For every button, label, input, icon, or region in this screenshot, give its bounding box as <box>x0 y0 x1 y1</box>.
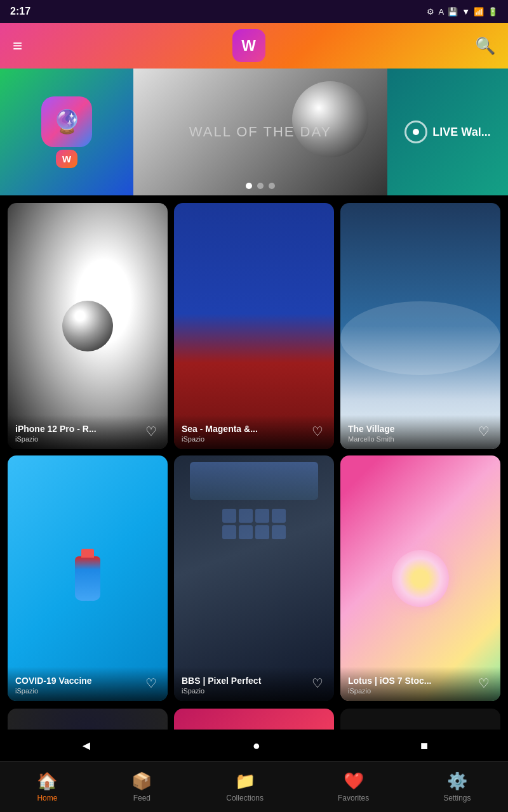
header: ≡ W 🔍 <box>0 23 508 69</box>
wallpaper-author-vaccine: iSpazio <box>15 687 160 695</box>
main-content: 🔮 w WALL OF THE DAY LIVE Wal... <box>0 69 508 759</box>
banner-right[interactable]: LIVE Wal... <box>387 69 508 195</box>
wallpaper-item-iphone12[interactable]: iPhone 12 Pro - R... iSpazio ♡ <box>8 203 168 449</box>
wallpaper-author-lotus: iSpazio <box>348 687 493 695</box>
sd-card-icon: 💾 <box>448 7 458 16</box>
live-wallpaper-label: LIVE Wal... <box>432 126 490 139</box>
favorite-btn-village[interactable]: ♡ <box>474 421 494 442</box>
wallpaper-title-village: The Village <box>348 424 493 434</box>
a-icon: A <box>438 7 444 16</box>
wallpaper-title-vaccine: COVID-19 Vaccine <box>15 676 160 686</box>
app-logo: W <box>232 29 265 62</box>
feed-nav-icon: 📦 <box>131 771 152 791</box>
live-dot <box>413 129 419 135</box>
status-time: 2:17 <box>10 6 30 17</box>
favorites-nav-label: Favorites <box>338 794 369 802</box>
home-nav-icon: 🏠 <box>37 771 57 791</box>
banner-center[interactable]: WALL OF THE DAY <box>133 69 387 195</box>
wallpaper-title-sea-magenta: Sea - Magenta &... <box>182 424 326 434</box>
signal-icon: 📶 <box>474 7 484 16</box>
wallpaper-bg-iphone12 <box>8 203 168 449</box>
banner-bubble <box>292 81 368 157</box>
wallpaper-author-iphone12: iSpazio <box>15 435 160 443</box>
lotus-flower <box>392 550 449 607</box>
feed-nav-label: Feed <box>133 794 150 802</box>
wallpaper-title-lotus: Lotus | iOS 7 Stoc... <box>348 676 493 686</box>
back-button[interactable]: ◄ <box>80 738 93 753</box>
vaccine-bottle <box>75 556 100 601</box>
home-button[interactable]: ● <box>253 738 260 753</box>
wallpaper-title-bbs: BBS | Pixel Perfect <box>182 676 326 686</box>
android-nav: ◄ ● ■ <box>0 730 508 761</box>
wifi-icon: ▼ <box>462 7 470 16</box>
collections-nav-icon: 📁 <box>235 771 255 791</box>
home-nav-label: Home <box>37 794 57 802</box>
nav-item-home[interactable]: 🏠 Home <box>24 766 70 808</box>
wallpaper-item-bbs[interactable]: BBS | Pixel Perfect iSpazio ♡ <box>174 455 334 702</box>
banner-w-badge: w <box>56 150 77 168</box>
menu-button[interactable]: ≡ <box>13 36 22 56</box>
settings-nav-icon: ⚙️ <box>447 771 467 791</box>
banner-left[interactable]: 🔮 w <box>0 69 133 195</box>
village-foam <box>340 301 500 375</box>
status-icons: ⚙ A 💾 ▼ 📶 🔋 <box>427 7 498 16</box>
collections-nav-label: Collections <box>226 794 264 802</box>
dot-2 <box>257 183 264 189</box>
wallpaper-author-sea-magenta: iSpazio <box>182 435 326 443</box>
wallpaper-bg-bbs <box>174 455 334 702</box>
favorite-btn-bbs[interactable]: ♡ <box>307 673 328 693</box>
wallpaper-item-sea-magenta[interactable]: Sea - Magenta &... iSpazio ♡ <box>174 203 334 449</box>
favorite-btn-sea-magenta[interactable]: ♡ <box>307 421 328 442</box>
wallpaper-title-iphone12: iPhone 12 Pro - R... <box>15 424 160 434</box>
bbs-grid <box>217 504 291 544</box>
wallpaper-bg-sea-magenta <box>174 203 334 449</box>
wallpaper-item-lotus[interactable]: Lotus | iOS 7 Stoc... iSpazio ♡ <box>340 455 500 702</box>
settings-status-icon: ⚙ <box>427 7 434 16</box>
live-icon <box>404 121 427 143</box>
nav-item-settings[interactable]: ⚙️ Settings <box>431 766 483 808</box>
nav-item-favorites[interactable]: ❤️ Favorites <box>325 766 382 808</box>
favorites-nav-icon: ❤️ <box>344 771 364 791</box>
status-bar: 2:17 ⚙ A 💾 ▼ 📶 🔋 <box>0 0 508 23</box>
wallpaper-bg-vaccine <box>8 455 168 702</box>
nav-item-collections[interactable]: 📁 Collections <box>213 766 276 808</box>
banner-dots <box>246 183 275 189</box>
bbs-shape <box>190 462 318 500</box>
wallpaper-grid: iPhone 12 Pro - R... iSpazio ♡ Sea - Mag… <box>0 195 508 709</box>
wallpaper-author-village: Marcello Smith <box>348 435 493 443</box>
settings-nav-label: Settings <box>443 794 471 802</box>
iphone-bubble <box>62 301 113 351</box>
recent-button[interactable]: ■ <box>420 738 428 753</box>
bottom-nav: 🏠 Home 📦 Feed 📁 Collections ❤️ Favorites… <box>0 761 508 812</box>
dot-1 <box>246 183 252 189</box>
wallpaper-item-village[interactable]: The Village Marcello Smith ♡ <box>340 203 500 449</box>
battery-icon: 🔋 <box>488 7 498 16</box>
search-button[interactable]: 🔍 <box>475 36 495 56</box>
favorite-btn-vaccine[interactable]: ♡ <box>141 673 161 693</box>
favorite-btn-lotus[interactable]: ♡ <box>474 673 494 693</box>
wallpaper-bg-lotus <box>340 455 500 702</box>
wallpaper-bg-village <box>340 203 500 449</box>
banner-carousel[interactable]: 🔮 w WALL OF THE DAY LIVE Wal... <box>0 69 508 195</box>
dot-3 <box>269 183 275 189</box>
nav-item-feed[interactable]: 📦 Feed <box>119 766 164 808</box>
wallpaper-item-vaccine[interactable]: COVID-19 Vaccine iSpazio ♡ <box>8 455 168 702</box>
favorite-btn-iphone12[interactable]: ♡ <box>141 421 161 442</box>
wallpaper-author-bbs: iSpazio <box>182 687 326 695</box>
wall-of-day-title: WALL OF THE DAY <box>189 124 331 140</box>
app-icon-banner: 🔮 <box>41 96 92 147</box>
